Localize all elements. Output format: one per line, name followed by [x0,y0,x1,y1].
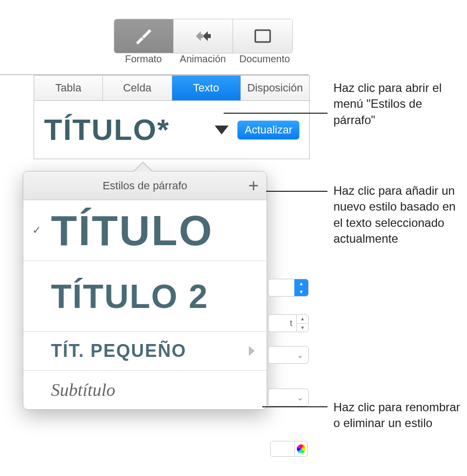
popover-header: Estilos de párrafo + [23,172,267,200]
paragraph-style-row: Título* Actualizar [34,101,310,159]
callout-add-style: Haz clic para añadir un nuevo estilo bas… [333,183,467,247]
format-subtabs: Tabla Celda Texto Disposición [34,75,310,101]
leader-line [266,191,327,192]
tab-disposicion[interactable]: Disposición [241,76,309,100]
leader-line [224,113,327,114]
popover-title: Estilos de párrafo [102,179,187,192]
hidden-stepper[interactable]: t ▲▼ [268,314,309,332]
color-wheel-icon[interactable] [294,441,307,456]
update-style-button[interactable]: Actualizar [237,121,299,139]
inspector-toolbar-labels: Formato Animación Documento [114,53,297,65]
style-label: Título 2 [51,277,208,315]
paintbrush-icon [135,28,153,44]
callout-rename: Haz clic para renombrar o eliminar un es… [333,399,467,432]
color-swatch [271,441,294,456]
style-item-pequeno[interactable]: Tít. pequeño [23,332,267,371]
chevron-down-icon[interactable] [215,126,229,134]
style-item-titulo[interactable]: ✓ Título [23,200,267,261]
style-item-titulo2[interactable]: Título 2 [23,261,267,332]
toolbar-label-animacion: Animación [173,53,233,65]
stepper-value: t [269,315,296,332]
document-icon [254,29,271,43]
color-well[interactable] [270,441,308,457]
animation-icon [194,28,213,44]
svg-rect-0 [255,30,270,42]
tab-texto[interactable]: Texto [172,76,241,100]
style-label: Subtítulo [51,380,115,400]
inspector-toolbar [114,19,293,53]
style-label: Tít. pequeño [51,341,187,361]
hidden-disclosure-1[interactable]: ⌄ [268,346,309,364]
modified-indicator: * [157,113,170,146]
chevron-right-icon[interactable] [249,346,255,356]
toolbar-label-documento: Documento [233,53,297,65]
popover-caret-fill [133,163,153,173]
hidden-disclosure-2[interactable]: ⌄ [268,389,309,406]
add-style-button[interactable]: + [248,177,259,195]
toolbar-animacion[interactable] [174,19,233,53]
toolbar-label-formato: Formato [114,53,173,65]
style-label: Título [51,209,214,252]
paragraph-style-name[interactable]: Título* [44,113,170,147]
leader-line [262,406,327,407]
toolbar-formato[interactable] [114,19,174,53]
paragraph-style-name-text: Título [44,113,157,146]
toolbar-documento[interactable] [233,19,292,53]
style-item-subtitulo[interactable]: Subtítulo [23,371,267,409]
tab-tabla[interactable]: Tabla [34,76,103,100]
paragraph-styles-popover: Estilos de párrafo + ✓ Título Título 2 T… [23,171,267,410]
hidden-popup[interactable]: ▲▼ [268,279,309,297]
callout-open-menu: Haz clic para abrir el menú "Estilos de … [333,80,467,128]
tab-celda[interactable]: Celda [103,76,172,100]
checkmark-icon: ✓ [32,224,41,237]
